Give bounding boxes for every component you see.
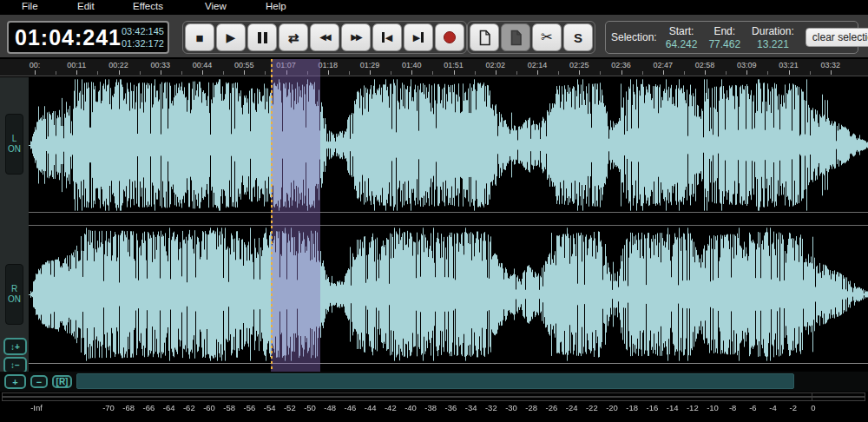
skip-end-button[interactable]: ▶ [404,23,433,51]
db-scale-label: -70 [102,403,115,412]
menu-file[interactable]: File [22,1,38,11]
ruler-tick-major [537,70,538,75]
left-channel-toggle[interactable]: L ON [5,114,23,175]
timeline-ruler[interactable]: 00:00:1100:2200:3300:4400:5501:0701:1801… [0,57,868,76]
ruler-tick-major [244,70,245,75]
waveform-left-channel[interactable] [29,77,868,213]
menu-edit[interactable]: Edit [77,1,95,11]
ruler-tick-minor [726,71,727,75]
menu-view[interactable]: View [205,1,227,11]
db-scale-label: -6 [749,403,756,412]
menu-effects[interactable]: Effects [133,1,163,11]
ruler-tick-minor [516,71,517,75]
right-channel-label: R [11,284,17,294]
stop-button[interactable]: ■ [185,23,214,51]
time-side: 03:42:145 01:32:172 [122,25,169,49]
cut-button[interactable]: ✂ [532,23,562,51]
ruler-tick-minor [56,71,56,75]
ruler-tick-minor [810,71,811,75]
selection-panel-label: Selection: [611,31,657,43]
db-scale-label: -64 [163,403,175,412]
db-scale-label: -60 [203,403,215,412]
stop-icon: ■ [195,31,203,44]
ruler-label: 01:18 [318,61,338,69]
menu-bar: FileEditEffectsViewHelp [0,0,868,15]
select-tool-button[interactable]: S [563,23,593,51]
ruler-tick-minor [475,71,476,75]
db-scale-label: -30 [505,403,517,412]
ruler-tick-minor [181,71,182,75]
menu-help[interactable]: Help [266,1,286,11]
ruler-tick-major [579,70,580,75]
zoom-in-button[interactable]: + [4,374,26,389]
db-scale-label: -42 [385,403,397,412]
db-scale-label: -20 [606,403,618,412]
ruler-label: 02:36 [611,61,631,69]
ruler-tick-major [202,70,203,75]
ruler-tick-major [328,70,329,75]
right-channel-toggle[interactable]: R ON [5,264,23,325]
skip-start-button[interactable]: ◀ [372,23,402,51]
level-meter [2,392,865,401]
pause-icon [258,32,267,43]
db-scale-label: -44 [365,403,377,412]
vertical-zoom-in-button[interactable]: ↕+ [3,338,27,355]
zoom-out-button[interactable]: − [30,375,48,388]
rewind-button[interactable]: ◀◀ [310,23,339,51]
db-scale-label: -54 [264,403,276,412]
ruler-tick-major [789,70,790,75]
channel-divider-top [29,212,868,213]
ruler-tick-major [705,70,706,75]
ruler-tick-major [161,70,161,75]
left-channel-label: L [12,134,17,144]
waveform-scrollbar[interactable] [76,373,794,389]
cut-icon: ✂ [541,30,552,44]
fast-forward-icon: ▶▶ [351,33,360,42]
selection-fields: Start:64.242End:77.462Duration:13.221 [666,25,806,50]
loop-icon: ⇄ [288,31,299,44]
db-scale-label: -10 [707,403,719,412]
db-scale-label: -32 [485,403,497,412]
ruler-tick-minor [391,71,391,75]
ruler-tick-major [370,70,371,75]
channel-divider-bottom [29,225,868,226]
ruler-tick-major [76,70,77,75]
db-scale-label: -38 [424,403,437,412]
ruler-label: 01:40 [402,61,422,69]
ruler-tick-minor [223,71,224,75]
copy-icon [477,30,492,46]
paste-button[interactable] [501,23,530,51]
db-scale-label: -62 [183,403,195,412]
clear-selection-button[interactable]: clear selection [806,28,868,47]
ruler-label: 02:58 [695,61,715,69]
waveform-right-channel[interactable] [29,226,868,363]
ruler-tick-minor [558,71,559,75]
track-bottom-line [29,363,868,364]
play-button[interactable]: ▶ [216,23,246,51]
selection-panel: Selection: Start:64.242End:77.462Duratio… [605,21,858,54]
pause-button[interactable] [247,23,277,51]
selection-field-start: Start:64.242 [666,25,698,50]
copy-button[interactable] [470,23,499,51]
ruler-tick-minor [642,71,643,75]
record-button[interactable] [435,23,464,51]
loop-button[interactable]: ⇄ [279,23,308,51]
skip-start-icon [382,32,385,43]
zoom-reset-button[interactable]: [R] [52,375,72,388]
remaining-time: 01:32:172 [122,37,164,49]
ruler-tick-minor [265,71,266,75]
ruler-tick-major [663,70,664,75]
ruler-tick-major [411,70,412,75]
ruler-tick-major [454,70,455,75]
ruler-tick-minor [432,71,433,75]
ruler-label: 02:47 [653,61,673,69]
record-icon [444,31,456,43]
ruler-label: 03:09 [737,61,757,69]
ruler-tick-major [746,70,747,75]
total-time: 03:42:145 [122,25,164,37]
db-scale-label: -48 [324,403,336,412]
db-scale-label: -40 [404,403,417,412]
db-scale-label: -22 [586,403,598,412]
fast-forward-button[interactable]: ▶▶ [341,23,371,51]
db-scale-label: -52 [284,403,296,412]
